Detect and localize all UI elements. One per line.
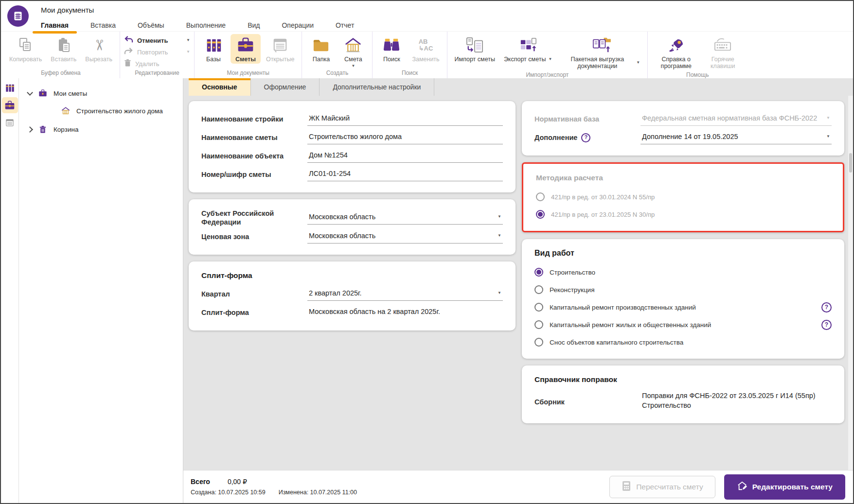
tree-item-estimate[interactable]: Строительство жилого дома — [19, 102, 183, 120]
tree-item-trash[interactable]: Корзина — [19, 121, 183, 138]
menu-tabs: Главная Вставка Объёмы Выполнение Вид Оп… — [41, 21, 376, 29]
work-type-option-demolition[interactable]: Снос объектов капитального строительства — [534, 333, 832, 351]
field-site-name: Наименование стройки ЖК Майский — [201, 111, 503, 127]
import-estimate-button[interactable]: Импорт сметы — [451, 34, 498, 64]
recalculate-button[interactable]: Пересчитать смету — [609, 476, 715, 498]
created-timestamp: Создана: 10.07.2025 10:59 — [191, 489, 266, 496]
scrollbar-thumb[interactable] — [849, 153, 852, 173]
cut-button[interactable]: ✂ Вырезать — [82, 34, 116, 64]
field-label: Наименование сметы — [201, 133, 307, 142]
edit-building-icon — [737, 481, 747, 493]
estimate-name-input[interactable]: Строительство жилого дома — [307, 131, 503, 144]
work-type-option-overhaul-residential[interactable]: Капитальный ремонт жилых и общественных … — [534, 316, 832, 333]
redo-button[interactable]: Повторить ▼ — [124, 47, 190, 57]
chevron-right-icon[interactable] — [27, 126, 33, 133]
total-value: 0,00 ₽ — [228, 478, 247, 486]
document-tabs: Основные Оформление Дополнительные настр… — [183, 78, 853, 96]
card-split-form: Сплит-форма Квартал 2 квартал 2025г.▼ Сп… — [189, 261, 516, 330]
radio-checked-icon[interactable] — [534, 268, 543, 277]
field-label: Дополнение? — [534, 133, 640, 142]
strip-estimates-icon[interactable] — [2, 97, 18, 113]
radio-unchecked-icon[interactable] — [534, 285, 543, 294]
radio-unchecked-icon[interactable] — [534, 320, 543, 329]
create-estimate-button[interactable]: Смета ▼ — [338, 34, 368, 69]
help-icon[interactable]: ? — [821, 320, 832, 330]
quarter-select[interactable]: 2 квартал 2025г.▼ — [307, 287, 503, 301]
undo-button[interactable]: Отменить ▼ — [124, 35, 190, 45]
trash-icon — [124, 59, 131, 69]
chevron-down-icon: ▼ — [498, 291, 501, 295]
work-type-option-overhaul-industrial[interactable]: Капитальный ремонт производственных здан… — [534, 298, 832, 316]
tree-item-my-estimates[interactable]: Мои сметы — [19, 85, 183, 102]
tab-design[interactable]: Оформление — [251, 78, 320, 96]
copy-icon — [18, 36, 34, 54]
menu-tab-volumes[interactable]: Объёмы — [138, 21, 164, 29]
field-label: Наименование стройки — [201, 115, 307, 123]
replace-button[interactable]: AB↳AC Заменить — [409, 34, 443, 64]
export-estimate-button[interactable]: Экспорт сметы▼ — [500, 34, 555, 64]
hotkeys-button[interactable]: Горячие клавиши — [702, 34, 743, 71]
create-folder-button[interactable]: Папка — [306, 34, 336, 64]
menu-tab-view[interactable]: Вид — [248, 21, 260, 29]
delete-button[interactable]: Удалить — [124, 59, 190, 69]
left-column: Наименование стройки ЖК Майский Наименов… — [189, 101, 516, 470]
menu-tab-insert[interactable]: Вставка — [90, 21, 116, 29]
scrollbar — [848, 96, 853, 470]
card-location: Субъект Российской Федерации Московская … — [189, 199, 516, 255]
region-select[interactable]: Московская область▼ — [307, 211, 503, 225]
method-option-2[interactable]: 421/пр в ред. от 23.01.2025 N 30/пр — [536, 206, 830, 223]
chevron-down-icon[interactable]: ▼ — [186, 50, 190, 54]
copy-button[interactable]: Копировать — [6, 34, 45, 64]
object-name-input[interactable]: Дом №1254 — [307, 149, 503, 163]
split-form-value: Московская область на 2 квартал 2025г. — [307, 306, 503, 319]
normative-base-select[interactable]: Федеральная сметная нормативная база ФСН… — [640, 112, 832, 126]
search-button[interactable]: Поиск — [376, 34, 407, 64]
radio-unchecked-icon[interactable] — [534, 338, 543, 347]
field-supplement: Дополнение? Дополнение 14 от 19.05.2025▼ — [534, 129, 832, 146]
strip-opened-icon[interactable] — [2, 115, 18, 131]
chevron-down-icon[interactable] — [27, 89, 33, 96]
radio-unchecked-icon[interactable] — [536, 192, 545, 201]
work-type-option-construction[interactable]: Строительство — [534, 263, 832, 281]
field-label: Сборник — [534, 398, 640, 406]
edit-estimate-button[interactable]: Редактировать смету — [724, 474, 845, 500]
totals-block: Всего 0,00 ₽ Создана: 10.07.2025 10:59 И… — [191, 478, 357, 496]
import-icon — [464, 36, 485, 54]
estimates-button[interactable]: Сметы — [231, 34, 261, 64]
work-type-option-reconstruction[interactable]: Реконструкция — [534, 281, 832, 298]
menu-tab-operations[interactable]: Операции — [282, 21, 314, 29]
tab-main[interactable]: Основные — [189, 78, 251, 96]
menu-tab-home[interactable]: Главная — [41, 21, 69, 29]
chevron-down-icon[interactable]: ▼ — [351, 64, 355, 68]
menu-tab-execution[interactable]: Выполнение — [186, 21, 226, 29]
right-column: Нормативная база Федеральная сметная нор… — [522, 101, 844, 470]
menu-tab-report[interactable]: Отчет — [336, 21, 354, 29]
method-option-1[interactable]: 421/пр в ред. от 30.01.2024 N 55/пр — [536, 188, 830, 206]
site-name-input[interactable]: ЖК Майский — [307, 112, 503, 126]
briefcase-icon — [37, 89, 48, 98]
radio-unchecked-icon[interactable] — [534, 303, 543, 312]
paste-button[interactable]: Вставить — [47, 34, 80, 64]
price-zone-select[interactable]: Московская область▼ — [307, 230, 503, 243]
help-icon[interactable]: ? — [581, 133, 590, 142]
supplement-select[interactable]: Дополнение 14 от 19.05.2025▼ — [640, 131, 832, 144]
chevron-down-icon[interactable]: ▼ — [636, 61, 640, 65]
card-calculation-method: Методика расчета 421/пр в ред. от 30.01.… — [522, 162, 844, 232]
ribbon: Копировать Вставить ✂ Вырезать Буфер обм… — [1, 31, 853, 78]
radio-checked-icon[interactable] — [536, 210, 545, 219]
undo-icon — [124, 35, 133, 45]
opened-button[interactable]: Открытые — [263, 34, 298, 64]
about-button[interactable]: Справка о программе — [652, 34, 700, 71]
ribbon-group-search: Поиск AB↳AC Заменить Поиск — [373, 32, 447, 78]
estimate-number-input[interactable]: ЛС01-01-254 — [307, 168, 503, 181]
tab-advanced[interactable]: Дополнительные настройки — [320, 78, 434, 96]
chevron-down-icon[interactable]: ▼ — [548, 57, 552, 61]
chevron-down-icon[interactable]: ▼ — [186, 38, 190, 42]
help-icon[interactable]: ? — [821, 302, 832, 313]
field-normative-base: Нормативная база Федеральная сметная нор… — [534, 111, 832, 127]
strip-bases-icon[interactable] — [2, 80, 18, 96]
card-corrections: Справочник поправок Сборник Поправки для… — [522, 365, 844, 423]
batch-export-icon — [590, 36, 611, 54]
batch-export-button[interactable]: Пакетная выгрузка документации▼ — [557, 34, 643, 71]
bases-button[interactable]: Базы — [198, 34, 229, 64]
